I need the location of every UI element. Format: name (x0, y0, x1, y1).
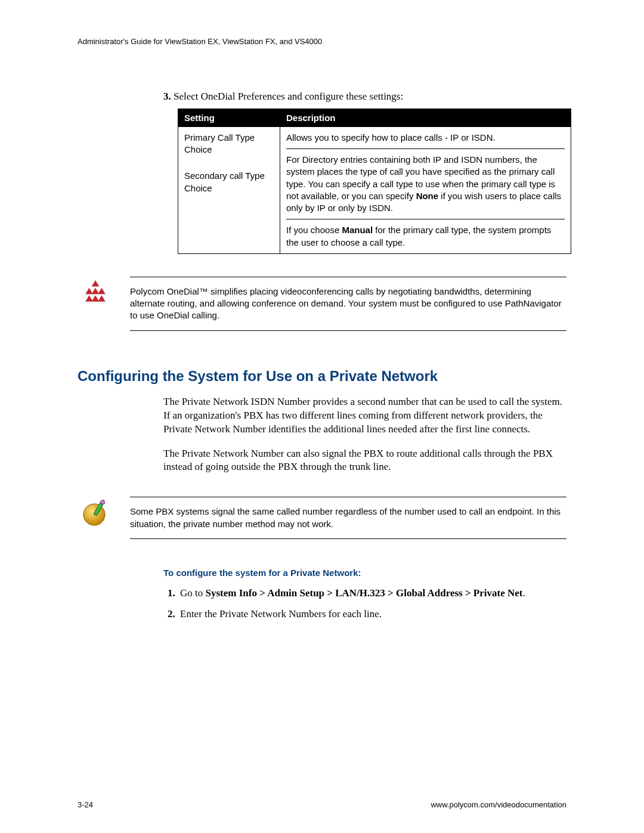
procedure-heading: To configure the system for a Private Ne… (163, 568, 566, 578)
running-header: Administrator's Guide for ViewStation EX… (78, 37, 566, 46)
setting-secondary: Secondary call Type Choice (184, 170, 274, 194)
step-number: 3. (163, 91, 171, 102)
desc-row2: For Directory entries containing both IP… (286, 154, 565, 214)
col-setting: Setting (178, 109, 280, 126)
paragraph-2: The Private Network Number can also sign… (163, 447, 566, 475)
page-number: 3-24 (78, 800, 93, 809)
setting-primary: Primary Call Type Choice (184, 132, 274, 156)
svg-marker-2 (98, 288, 106, 295)
desc-row3: If you choose Manual for the primary cal… (286, 224, 565, 249)
svg-marker-1 (85, 288, 93, 295)
svg-marker-5 (98, 295, 106, 302)
table-row: Primary Call Type Choice Secondary call … (178, 126, 571, 253)
svg-marker-6 (92, 295, 100, 302)
page-footer: 3-24 www.polycom.com/videodocumentation (78, 800, 566, 809)
polycom-logo-icon (78, 277, 113, 304)
svg-marker-3 (92, 288, 100, 295)
callout-text: Polycom OneDial™ simplifies placing vide… (130, 286, 566, 322)
procedure-steps: Go to System Info > Admin Setup > LAN/H.… (163, 586, 566, 621)
callout-text: Some PBX systems signal the same called … (130, 506, 566, 530)
section-heading: Configuring the System for Use on a Priv… (78, 368, 566, 385)
svg-marker-4 (85, 295, 93, 302)
info-callout-onedial: Polycom OneDial™ simplifies placing vide… (78, 277, 566, 331)
footer-url: www.polycom.com/videodocumentation (431, 800, 566, 809)
step-1: Go to System Info > Admin Setup > LAN/H.… (178, 586, 566, 601)
step-2: Enter the Private Network Numbers for ea… (178, 607, 566, 622)
col-description: Description (280, 109, 571, 126)
desc-row1: Allows you to specify how to place calls… (286, 132, 565, 144)
step-3: 3. Select OneDial Preferences and config… (163, 90, 566, 104)
step-text: Select OneDial Preferences and configure… (174, 91, 403, 102)
settings-table: Setting Description Primary Call Type Ch… (178, 109, 571, 254)
note-pin-icon (78, 497, 113, 528)
paragraph-1: The Private Network ISDN Number provides… (163, 395, 566, 436)
svg-marker-0 (92, 280, 100, 287)
note-callout-pbx: Some PBX systems signal the same called … (78, 497, 566, 539)
